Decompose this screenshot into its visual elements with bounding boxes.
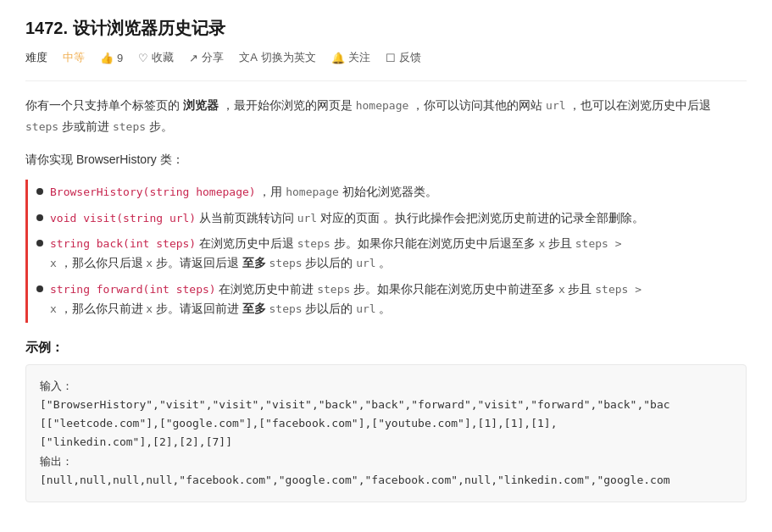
method-var: url xyxy=(297,212,317,224)
collect-button[interactable]: ♡ 收藏 xyxy=(138,50,174,65)
desc-part5: 步或前进 xyxy=(58,119,113,133)
list-item: BrowserHistory(string homepage) ，用 homep… xyxy=(28,180,747,206)
method-var: steps xyxy=(317,283,350,296)
method-var6: steps xyxy=(269,302,302,315)
method-var6: steps xyxy=(269,257,302,269)
prompt-text: 请你实现 BrowserHistory 类： xyxy=(25,149,747,170)
bullet-dot xyxy=(36,240,43,247)
method-var4: x xyxy=(50,302,57,315)
like-button[interactable]: 👍 9 xyxy=(100,52,123,64)
desc-bold1: 浏览器 xyxy=(183,98,219,112)
page-title: 1472. 设计浏览器历史记录 xyxy=(25,17,747,40)
method-var5: x xyxy=(146,302,153,315)
bell-icon: 🔔 xyxy=(331,52,345,64)
method-code: BrowserHistory(string homepage) xyxy=(50,186,256,198)
translate-label: 切换为英文 xyxy=(261,50,316,65)
method-var2: x xyxy=(538,237,545,250)
meta-bar: 难度 中等 👍 9 ♡ 收藏 ↗ 分享 文A 切换为英文 🔔 关注 ☐ 反馈 xyxy=(25,50,747,65)
method-text4: ，那么你只后退 xyxy=(60,257,147,269)
method-text5: 步。请返回前进 xyxy=(156,302,242,315)
method-code: void visit(string url) xyxy=(50,212,196,224)
feedback-label: 反馈 xyxy=(399,50,421,65)
difficulty-value: 中等 xyxy=(63,50,85,65)
method-var: homepage xyxy=(286,186,339,198)
method-text7: 步以后的 xyxy=(305,302,356,315)
description-text: 你有一个只支持单个标签页的 浏览器 ，最开始你浏览的网页是 homepage ，… xyxy=(25,95,747,137)
list-item-content: BrowserHistory(string homepage) ，用 homep… xyxy=(50,183,437,202)
list-item-content: void visit(string url) 从当前页跳转访问 url 对应的页… xyxy=(50,209,644,229)
example-code-block: 输入： ["BrowserHistory","visit","visit","v… xyxy=(25,364,747,502)
method-text: 在浏览历史中前进 xyxy=(219,283,317,296)
desc-part1: 你有一个只支持单个标签页的 xyxy=(25,98,183,112)
method-var4: x xyxy=(50,257,57,269)
method-text5: 步。请返回后退 xyxy=(156,257,242,269)
divider xyxy=(25,80,747,81)
share-icon: ↗ xyxy=(189,52,198,64)
desc-code1: homepage xyxy=(356,99,409,112)
method-text4: ，那么你只前进 xyxy=(60,302,147,315)
feedback-icon: ☐ xyxy=(386,52,396,64)
list-item-content: string back(int steps) 在浏览历史中后退 steps 步。… xyxy=(50,235,622,274)
method-text: ，用 xyxy=(258,186,286,198)
desc-code2: url xyxy=(546,99,565,112)
collect-label: 收藏 xyxy=(152,50,174,65)
desc-part4: ，也可以在浏览历史中后退 xyxy=(566,98,712,112)
method-text2: 初始化浏览器类。 xyxy=(342,186,437,198)
method-list: BrowserHistory(string homepage) ，用 homep… xyxy=(25,180,747,324)
method-code: string forward(int steps) xyxy=(50,283,216,296)
method-text2: 步。如果你只能在浏览历史中后退至多 xyxy=(334,237,539,250)
difficulty-label: 难度 xyxy=(25,50,47,65)
feedback-button[interactable]: ☐ 反馈 xyxy=(386,50,421,65)
bullet-dot xyxy=(36,285,43,292)
prompt-part1: 请你实现 xyxy=(25,152,76,166)
list-item-content: string forward(int steps) 在浏览历史中前进 steps… xyxy=(50,280,641,319)
share-button[interactable]: ↗ 分享 xyxy=(189,50,224,65)
like-count: 9 xyxy=(117,52,123,64)
bold-text: 至多 xyxy=(242,257,266,269)
method-text2: 步。如果你只能在浏览历史中前进至多 xyxy=(353,283,558,296)
page-container: 1472. 设计浏览器历史记录 难度 中等 👍 9 ♡ 收藏 ↗ 分享 文A 切… xyxy=(25,17,747,502)
heart-icon: ♡ xyxy=(138,52,148,64)
method-text: 在浏览历史中后退 xyxy=(199,237,297,250)
bullet-dot xyxy=(36,188,43,195)
method-var5: x xyxy=(146,257,153,269)
method-var7: url xyxy=(356,257,375,269)
translate-icon: 文A xyxy=(239,50,258,65)
follow-label: 关注 xyxy=(348,50,370,65)
method-var2: x xyxy=(558,283,565,296)
method-text8: 。 xyxy=(379,257,391,269)
method-text2: 对应的页面 。执行此操作会把浏览历史前进的记录全部删除。 xyxy=(320,212,644,224)
bold-text: 至多 xyxy=(242,302,266,315)
method-text3: 步且 xyxy=(548,237,575,250)
list-item: string back(int steps) 在浏览历史中后退 steps 步。… xyxy=(28,231,747,277)
method-text7: 步以后的 xyxy=(305,257,356,269)
method-text3: 步且 xyxy=(568,283,595,296)
method-var7: url xyxy=(356,302,375,315)
bullet-dot xyxy=(36,214,43,221)
method-text: 从当前页跳转访问 xyxy=(199,212,297,224)
share-label: 分享 xyxy=(202,50,224,65)
method-var: steps xyxy=(297,237,330,250)
desc-part6: 步。 xyxy=(146,119,173,133)
like-icon: 👍 xyxy=(100,52,114,64)
prompt-end: 类： xyxy=(157,152,184,166)
follow-button[interactable]: 🔔 关注 xyxy=(331,50,370,65)
example-section: 示例： 输入： ["BrowserHistory","visit","visit… xyxy=(25,340,747,502)
translate-button[interactable]: 文A 切换为英文 xyxy=(239,50,316,65)
list-item: string forward(int steps) 在浏览历史中前进 steps… xyxy=(28,277,747,323)
list-item: void visit(string url) 从当前页跳转访问 url 对应的页… xyxy=(28,206,747,232)
method-var3: steps > xyxy=(575,237,622,250)
method-text8: 。 xyxy=(379,302,391,315)
method-var3: steps > xyxy=(595,283,641,296)
desc-part2: ，最开始你浏览的网页是 xyxy=(219,98,356,112)
desc-code4: steps xyxy=(113,120,146,133)
method-code: string back(int steps) xyxy=(50,237,196,250)
prompt-code: BrowserHistory xyxy=(76,152,157,166)
desc-code3: steps xyxy=(25,120,58,133)
desc-part3: ，你可以访问其他的网站 xyxy=(408,98,546,112)
example-title: 示例： xyxy=(25,340,747,356)
